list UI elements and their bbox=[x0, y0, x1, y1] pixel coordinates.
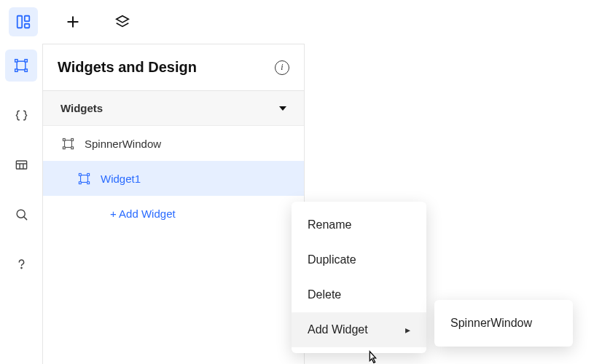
search-icon bbox=[15, 207, 28, 221]
svg-rect-6 bbox=[17, 61, 26, 70]
dashboard-button[interactable] bbox=[9, 7, 38, 36]
menu-item-label: Delete bbox=[308, 288, 341, 301]
plus-icon bbox=[66, 15, 80, 29]
info-icon[interactable]: i bbox=[275, 60, 289, 75]
svg-rect-23 bbox=[81, 175, 88, 182]
help-icon bbox=[15, 257, 28, 271]
svg-point-17 bbox=[20, 267, 21, 268]
menu-item-duplicate[interactable]: Duplicate bbox=[292, 242, 426, 277]
svg-rect-18 bbox=[65, 140, 72, 147]
tree-item-label: SpinnerWindow bbox=[85, 138, 161, 150]
section-label: Widgets bbox=[60, 102, 103, 114]
panel-header: Widgets and Design i bbox=[43, 44, 304, 91]
svg-rect-24 bbox=[79, 173, 81, 175]
widget-frame-icon bbox=[78, 173, 90, 185]
submenu: SpinnerWindow bbox=[434, 300, 573, 347]
left-rail bbox=[0, 44, 42, 364]
rail-code-button[interactable] bbox=[5, 99, 37, 131]
tree-item-label: Widget1 bbox=[101, 173, 141, 185]
topbar bbox=[0, 0, 594, 44]
svg-rect-2 bbox=[25, 24, 29, 28]
dashboard-icon bbox=[15, 14, 31, 30]
svg-line-16 bbox=[23, 216, 26, 219]
table-icon bbox=[15, 158, 28, 172]
svg-rect-10 bbox=[25, 69, 27, 71]
add-button[interactable] bbox=[58, 7, 87, 36]
widget-frame-icon bbox=[14, 58, 28, 73]
menu-item-rename[interactable]: Rename bbox=[292, 207, 426, 242]
menu-item-add-widget[interactable]: Add Widget ▸ bbox=[292, 312, 426, 347]
svg-rect-27 bbox=[87, 181, 90, 183]
svg-rect-22 bbox=[71, 146, 74, 149]
menu-item-label: Add Widget bbox=[308, 323, 368, 336]
svg-rect-25 bbox=[87, 173, 90, 175]
rail-search-button[interactable] bbox=[5, 198, 37, 230]
add-widget-label: + Add Widget bbox=[110, 207, 176, 220]
side-panel: Widgets and Design i Widgets SpinnerWind… bbox=[42, 44, 305, 364]
svg-rect-9 bbox=[15, 69, 17, 71]
svg-rect-26 bbox=[79, 181, 81, 183]
rail-table-button[interactable] bbox=[5, 149, 37, 181]
svg-rect-21 bbox=[63, 146, 65, 149]
add-widget-button[interactable]: + Add Widget bbox=[43, 196, 304, 231]
tree-item-spinnerwindow[interactable]: SpinnerWindow bbox=[43, 126, 304, 161]
layers-button[interactable] bbox=[108, 7, 137, 36]
widgets-section-header[interactable]: Widgets bbox=[43, 91, 304, 126]
svg-rect-8 bbox=[25, 60, 27, 62]
menu-item-label: Duplicate bbox=[308, 253, 356, 266]
chevron-right-icon: ▸ bbox=[405, 324, 410, 336]
svg-rect-20 bbox=[71, 138, 74, 141]
panel-title: Widgets and Design bbox=[58, 59, 197, 76]
tree-item-widget1[interactable]: Widget1 bbox=[43, 161, 304, 196]
submenu-item-spinnerwindow[interactable]: SpinnerWindow bbox=[434, 306, 573, 341]
chevron-down-icon bbox=[279, 106, 286, 111]
layers-icon bbox=[114, 14, 130, 30]
context-menu: Rename Duplicate Delete Add Widget ▸ bbox=[292, 202, 426, 353]
rail-help-button[interactable] bbox=[5, 248, 37, 280]
submenu-item-label: SpinnerWindow bbox=[450, 317, 532, 330]
svg-marker-5 bbox=[117, 16, 129, 23]
svg-rect-1 bbox=[25, 16, 29, 21]
braces-icon bbox=[15, 108, 28, 122]
svg-rect-0 bbox=[17, 16, 22, 28]
menu-item-label: Rename bbox=[308, 218, 351, 232]
svg-rect-7 bbox=[15, 60, 17, 62]
svg-rect-19 bbox=[63, 138, 65, 141]
rail-widgets-button[interactable] bbox=[5, 50, 37, 82]
svg-rect-11 bbox=[16, 160, 26, 168]
menu-item-delete[interactable]: Delete bbox=[292, 277, 426, 312]
widget-frame-icon bbox=[62, 138, 74, 150]
